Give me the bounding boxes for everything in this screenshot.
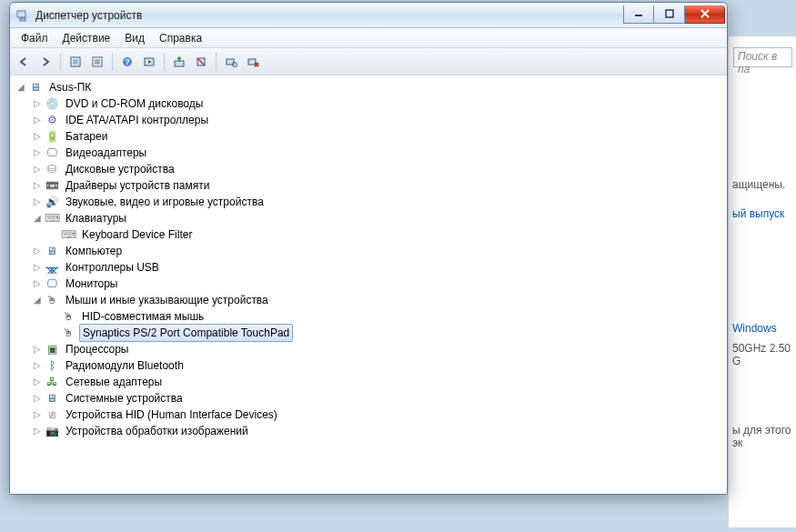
tree-item-dvd[interactable]: DVD и CD-ROM дисководы	[63, 95, 206, 112]
tree-item-disk[interactable]: Дисковые устройства	[63, 161, 177, 177]
sound-icon: 🔊	[45, 195, 59, 209]
window-title: Диспетчер устройств	[35, 9, 623, 22]
svg-rect-7	[73, 59, 78, 65]
network-icon: 🖧	[45, 375, 59, 389]
tree-item-kbd-filter[interactable]: Keyboard Device Filter	[79, 226, 195, 243]
disable-button[interactable]	[243, 52, 263, 72]
toolbar-separator	[164, 53, 165, 71]
expander-icon[interactable]: ▷	[30, 259, 45, 276]
expander-icon[interactable]: ▷	[30, 243, 45, 259]
background-panel: ащищены. ый выпуск Windows 50GHz 2.50 G …	[728, 36, 796, 527]
uninstall-button[interactable]	[191, 52, 211, 72]
svg-rect-1	[20, 18, 25, 21]
bg-text-screen: ы для этого эк	[732, 424, 792, 449]
maximize-button[interactable]	[654, 5, 685, 24]
mouse-icon: 🖱	[61, 326, 76, 340]
expander-icon[interactable]: ▷	[30, 390, 45, 407]
expander-icon[interactable]: ▷	[30, 357, 45, 374]
menubar: Файл Действие Вид Справка	[10, 28, 727, 48]
tree-item-network[interactable]: Сетевые адаптеры	[63, 374, 165, 390]
forward-button[interactable]	[35, 52, 55, 72]
expander-icon[interactable]: ▷	[30, 194, 45, 210]
expander-icon[interactable]: ▷	[30, 161, 45, 177]
menu-file[interactable]: Файл	[14, 29, 55, 47]
menu-action[interactable]: Действие	[55, 29, 118, 47]
mouse-icon: 🖱	[45, 293, 59, 307]
tree-item-ide[interactable]: IDE ATA/ATAPI контроллеры	[63, 112, 211, 128]
tree-item-memdrv[interactable]: Драйверы устройств памяти	[63, 177, 212, 194]
device-tree[interactable]: ◢ 🖥 Asus-ПК ▷💿DVD и CD-ROM дисководы ▷⚙I…	[10, 75, 727, 494]
tree-item-keyboards[interactable]: Клавиатуры	[63, 210, 129, 226]
tree-item-cpu[interactable]: Процессоры	[63, 341, 132, 357]
tree-item-hid-mouse[interactable]: HID-совместимая мышь	[79, 308, 207, 325]
expander-icon[interactable]: ◢	[30, 210, 45, 226]
minimize-button[interactable]	[623, 5, 654, 24]
expander-icon[interactable]: ◢	[14, 79, 28, 95]
tree-item-computer[interactable]: Компьютер	[63, 243, 125, 259]
app-icon	[15, 8, 30, 23]
expander-icon[interactable]: ▷	[30, 95, 45, 112]
system-icon: 🖥	[45, 391, 59, 406]
titlebar[interactable]: Диспетчер устройств	[10, 3, 727, 28]
properties-button[interactable]	[87, 52, 107, 72]
show-hidden-button[interactable]	[65, 52, 86, 72]
menu-view[interactable]: Вид	[117, 29, 152, 47]
keyboard-icon: ⌨	[61, 227, 76, 242]
expander-icon[interactable]: ▷	[30, 145, 45, 161]
toolbar-separator	[60, 53, 61, 71]
tree-item-imaging[interactable]: Устройства обработки изображений	[63, 423, 251, 439]
dvd-icon: 💿	[45, 96, 59, 111]
close-button[interactable]	[685, 5, 725, 24]
menu-help[interactable]: Справка	[152, 29, 209, 47]
action-button[interactable]	[139, 52, 159, 72]
monitor-icon: 🖵	[45, 276, 59, 291]
device-manager-window: Диспетчер устройств Файл Действие Вид Сп…	[9, 2, 728, 495]
tree-item-monitors[interactable]: Мониторы	[63, 276, 120, 292]
bg-text: ащищены.	[732, 178, 792, 191]
cpu-icon: ▣	[45, 342, 59, 356]
svg-text:?: ?	[125, 57, 130, 66]
search-input[interactable]: Поиск в па	[733, 47, 792, 67]
toolbar-separator	[112, 53, 113, 71]
expander-icon[interactable]: ▷	[30, 407, 45, 423]
memory-driver-icon: 📼	[45, 178, 59, 193]
tree-item-bluetooth[interactable]: Радиомодули Bluetooth	[63, 357, 186, 374]
help-button[interactable]: ?	[117, 52, 137, 72]
expander-icon[interactable]: ▷	[30, 341, 45, 357]
battery-icon: 🔋	[45, 129, 59, 144]
bg-link[interactable]: ый выпуск	[732, 207, 792, 220]
tree-item-sound[interactable]: Звуковые, видео и игровые устройства	[63, 194, 267, 210]
keyboard-icon: ⌨	[45, 211, 59, 226]
update-driver-button[interactable]	[169, 52, 189, 72]
computer-icon: 🖥	[45, 244, 59, 258]
expander-icon[interactable]: ▷	[30, 374, 45, 390]
tree-item-synaptics-touchpad[interactable]: Synaptics PS/2 Port Compatible TouchPad	[79, 324, 293, 342]
tree-item-system[interactable]: Системные устройства	[63, 390, 186, 407]
bg-link-windows[interactable]: Windows	[732, 322, 792, 335]
scan-hardware-button[interactable]	[221, 52, 241, 72]
tree-item-battery[interactable]: Батареи	[63, 128, 110, 145]
tree-item-hid[interactable]: Устройства HID (Human Interface Devices)	[63, 407, 280, 423]
expander-icon[interactable]: ▷	[30, 177, 45, 194]
tree-item-usb[interactable]: Контроллеры USB	[63, 259, 162, 276]
toolbar-separator	[216, 53, 217, 71]
bluetooth-icon: ᛒ	[45, 358, 59, 373]
display-adapter-icon: 🖵	[45, 146, 59, 160]
tree-item-mice[interactable]: Мыши и иные указывающие устройства	[63, 292, 271, 308]
toolbar: ?	[10, 48, 727, 75]
bg-text-cpu: 50GHz 2.50 G	[732, 342, 792, 367]
expander-icon[interactable]: ▷	[30, 423, 45, 439]
back-button[interactable]	[14, 52, 34, 72]
ide-icon: ⚙	[45, 113, 59, 127]
imaging-icon: 📷	[45, 424, 59, 438]
tree-item-video[interactable]: Видеоадаптеры	[63, 145, 149, 161]
expander-icon[interactable]: ◢	[30, 292, 45, 308]
tree-root[interactable]: Asus-ПК	[46, 79, 94, 95]
expander-icon[interactable]: ▷	[30, 276, 45, 292]
disk-icon: ⛁	[45, 162, 59, 176]
expander-icon[interactable]: ▷	[30, 112, 45, 128]
hid-icon: ⎚	[45, 407, 59, 422]
svg-rect-0	[17, 11, 25, 17]
usb-icon: ᚘ	[45, 260, 59, 275]
expander-icon[interactable]: ▷	[30, 128, 45, 145]
